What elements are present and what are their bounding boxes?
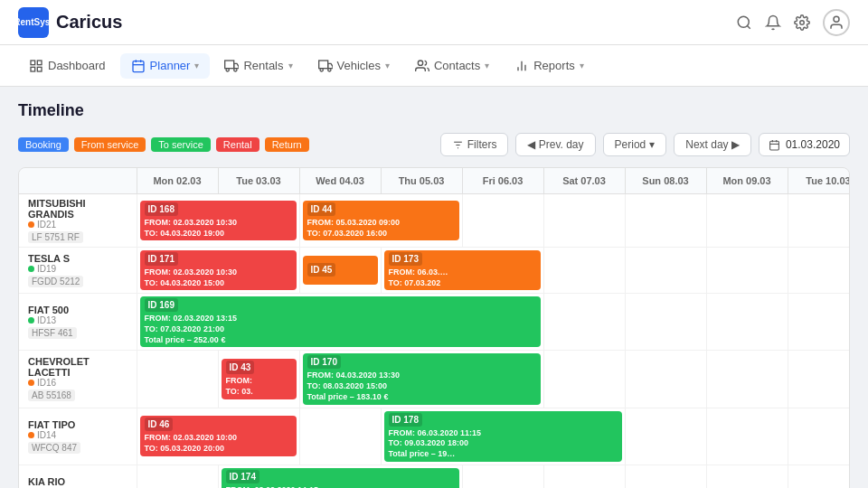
event-bar[interactable]: ID 171FROM: 02.03.2020 10:30TO: 04.03.20… [140,250,297,290]
event-cell: ID 173FROM: 06.03.…TO: 07.03.202 [381,248,543,294]
bell-icon[interactable] [765,14,781,31]
empty-cell [625,248,706,294]
empty-cell [543,194,625,248]
search-icon[interactable] [736,14,752,31]
vehicle-cell: KIA RIO ID15 GHF 8548 [19,465,137,488]
legend-booking: Booking [18,137,69,152]
empty-cell [625,294,706,351]
empty-cell [625,351,706,408]
svg-point-16 [320,68,323,70]
period-chevron: ▾ [649,138,655,151]
user-avatar[interactable] [823,9,850,36]
app-title: Caricus [56,12,122,33]
event-bar[interactable]: ID 170FROM: 04.03.2020 13:30TO: 08.03.20… [303,353,541,404]
event-cell: ID 169FROM: 02.03.2020 13:15TO: 07.03.20… [137,294,543,351]
table-row: MITSUBISHI GRANDIS ID21 LF 5751 RF ID 16… [19,194,850,248]
vehicles-chevron: ▾ [385,61,390,70]
table-row: FIAT TIPO ID14 WFCQ 847 ID 46FROM: 02.03… [19,408,850,465]
vehicle-name: TESLA S [28,253,127,264]
vehicle-id: ID19 [28,264,127,274]
period-button[interactable]: Period ▾ [603,133,667,156]
empty-cell [706,194,788,248]
svg-point-14 [234,68,237,70]
svg-point-0 [738,16,749,27]
page-title: Timeline [18,101,850,120]
contacts-chevron: ▾ [485,61,489,70]
svg-point-17 [327,68,330,70]
empty-cell [788,194,850,248]
timeline-table-wrap: Mon 02.03 Tue 03.03 Wed 04.03 Thu 05.03 … [18,167,850,488]
vehicle-cell: TESLA S ID19 FGDD 5212 [19,248,137,294]
nav-vehicles[interactable]: Vehicles ▾ [307,53,401,79]
filter-controls: Filters ◀ Prev. day Period ▾ Next day ▶ … [440,133,850,156]
event-bar[interactable]: ID 173FROM: 06.03.…TO: 07.03.202 [384,250,541,290]
col-tue0303: Tue 03.03 [218,168,299,194]
event-bar[interactable]: ID 168FROM: 02.03.2020 10:30TO: 04.03.20… [140,201,297,240]
empty-cell [462,465,543,488]
event-bar[interactable]: ID 46FROM: 02.03.2020 10:00TO: 05.03.202… [140,416,297,455]
svg-point-13 [226,68,229,70]
empty-cell [706,351,788,408]
event-cell: ID 174FROM: 03.03.2020 14:15TO: 07.03.20… [218,465,462,488]
col-wed0403: Wed 04.03 [299,168,381,194]
planner-chevron: ▾ [194,61,199,70]
event-bar[interactable]: ID 174FROM: 03.03.2020 14:15TO: 07.03.20… [222,468,459,488]
timeline-header-row: Mon 02.03 Tue 03.03 Wed 04.03 Thu 05.03 … [19,168,850,194]
event-bar[interactable]: ID 44FROM: 05.03.2020 09:00TO: 07.03.202… [303,201,459,240]
nav-dashboard[interactable]: Dashboard [18,53,117,79]
empty-cell [788,408,850,465]
nav: Dashboard Planner ▾ Rentals ▾ Vehicles ▾… [0,45,868,87]
legend-rental: Rental [216,137,259,152]
vehicle-cell: MITSUBISHI GRANDIS ID21 LF 5751 RF [19,194,137,248]
legend-return: Return [265,137,309,152]
legend: Booking From service To service Rental R… [18,137,309,152]
next-day-button[interactable]: Next day ▶ [674,133,751,156]
empty-cell [137,351,218,408]
reports-chevron: ▾ [580,61,584,70]
svg-line-1 [747,25,750,28]
vehicle-name: FIAT 500 [28,305,127,315]
vehicle-id: ID16 [28,378,127,388]
col-mon0203: Mon 02.03 [137,168,218,194]
event-bar[interactable]: ID 178FROM: 06.03.2020 11:15TO: 09.03.20… [384,411,622,462]
empty-cell [299,408,381,465]
empty-cell [462,194,543,248]
empty-cell [788,294,850,351]
vehicle-cell: CHEVROLET LACETTI ID16 AB 55168 [19,351,137,408]
vehicle-plate: AB 55168 [28,389,75,401]
event-bar[interactable]: ID 45 [303,256,378,285]
event-bar[interactable]: ID 169FROM: 02.03.2020 13:15TO: 07.03.20… [140,296,541,347]
rentals-chevron: ▾ [288,61,293,70]
col-sun0803: Sun 08.03 [625,168,706,194]
svg-rect-5 [37,61,42,65]
nav-reports[interactable]: Reports ▾ [504,53,595,79]
header: RentSyst Caricus [0,0,868,45]
event-cell: ID 44FROM: 05.03.2020 09:00TO: 07.03.202… [299,194,462,248]
table-row: TESLA S ID19 FGDD 5212 ID 171FROM: 02.03… [19,248,850,294]
date-value: 01.03.2020 [786,138,840,151]
date-picker[interactable]: 01.03.2020 [759,133,850,156]
logo-icon: RentSyst [18,7,49,38]
nav-planner[interactable]: Planner ▾ [120,53,211,79]
legend-to-service: To service [151,137,211,152]
table-row: FIAT 500 ID13 HFSF 461 ID 169FROM: 02.03… [19,294,850,351]
svg-rect-25 [770,141,779,150]
prev-day-button[interactable]: ◀ Prev. day [515,133,595,156]
vehicle-id: ID21 [28,220,127,230]
nav-contacts[interactable]: Contacts ▾ [404,53,500,79]
empty-cell [788,465,850,488]
vehicle-id: ID14 [28,430,127,440]
settings-icon[interactable] [794,14,810,31]
nav-rentals[interactable]: Rentals ▾ [213,53,303,79]
svg-rect-8 [133,61,144,71]
empty-cell [137,465,218,488]
empty-cell [706,465,788,488]
empty-cell [543,294,625,351]
vehicle-plate: LF 5751 RF [28,231,83,243]
col-fri0603: Fri 06.03 [462,168,543,194]
event-bar[interactable]: ID 43FROM:TO: 03. [222,359,297,399]
filters-button[interactable]: Filters [440,133,509,156]
svg-rect-4 [31,61,35,65]
svg-point-18 [418,61,422,65]
header-actions [736,9,850,36]
